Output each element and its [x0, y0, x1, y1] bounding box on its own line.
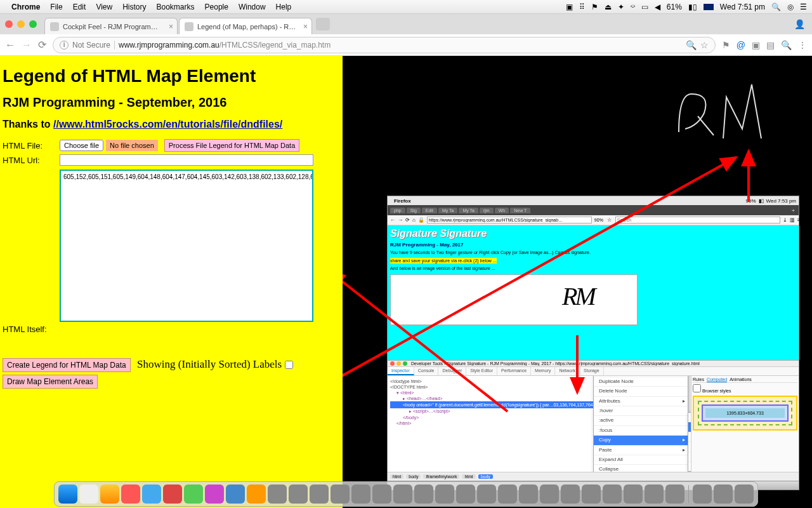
- status-icon[interactable]: ⠿: [579, 3, 585, 11]
- dock-finder-icon[interactable]: [58, 485, 77, 504]
- devtab-performance[interactable]: Performance: [497, 367, 531, 375]
- ctx-expand-all[interactable]: Expand All: [594, 455, 688, 465]
- crumb-item[interactable]: body: [406, 474, 421, 479]
- dock-app-icon[interactable]: [372, 485, 391, 504]
- ctx-hover[interactable]: :hover: [594, 406, 688, 416]
- menu-history[interactable]: History: [122, 3, 146, 11]
- dock-app-icon[interactable]: [100, 485, 119, 504]
- extension-icon[interactable]: 🔍: [781, 40, 792, 50]
- crumb-item[interactable]: iframe#myiwork: [423, 474, 459, 479]
- embedded-tab[interactable]: Wh: [495, 208, 509, 213]
- signature-canvas[interactable]: RM: [390, 274, 638, 325]
- rtab-animations[interactable]: Animations: [730, 377, 752, 382]
- volume-icon[interactable]: ◀: [655, 3, 660, 11]
- dock-app-icon[interactable]: [540, 485, 559, 504]
- back-button[interactable]: ←: [5, 39, 15, 51]
- process-file-button[interactable]: Process File Legend for HTML Map Data: [164, 139, 300, 152]
- dock-app-icon[interactable]: [603, 485, 622, 504]
- embedded-tab[interactable]: Edit: [422, 208, 437, 213]
- bluetooth-icon[interactable]: ✦: [618, 3, 624, 11]
- embedded-tab[interactable]: php: [390, 208, 405, 213]
- status-icon[interactable]: ⏏: [605, 3, 612, 11]
- dock-app-icon[interactable]: [184, 485, 203, 504]
- ctx-collapse[interactable]: Collapse: [594, 465, 688, 472]
- notifications-icon[interactable]: ☰: [800, 3, 807, 11]
- dock-app-icon[interactable]: [205, 485, 224, 504]
- sub-outer-html[interactable]: Outer HTML: [688, 422, 691, 432]
- dock-app-icon[interactable]: [645, 485, 664, 504]
- siri-icon[interactable]: ◎: [787, 3, 794, 11]
- bookmark-star-icon[interactable]: ☆: [700, 40, 709, 50]
- crumb-item-selected[interactable]: body: [478, 474, 493, 479]
- embedded-tab[interactable]: Sig: [407, 208, 421, 213]
- battery-icon[interactable]: ▮▯: [688, 3, 697, 11]
- dock-app-icon[interactable]: [226, 485, 245, 504]
- search-input[interactable]: [615, 217, 780, 224]
- menu-icon[interactable]: ≡: [797, 217, 801, 223]
- extension-icon[interactable]: ▣: [752, 40, 760, 50]
- dock-app-icon[interactable]: [414, 485, 433, 504]
- dock-app-icon[interactable]: [310, 485, 329, 504]
- devtools-dom-tree[interactable]: <!doctype html> <!DOCTYPE html> ▾ <html>…: [388, 376, 691, 472]
- minimize-window[interactable]: [17, 20, 25, 28]
- flag-icon[interactable]: [704, 4, 714, 10]
- star-icon[interactable]: ☆: [607, 217, 612, 223]
- dock-app-icon[interactable]: [456, 485, 475, 504]
- devtab-console[interactable]: Console: [414, 367, 439, 375]
- browser-tab[interactable]: Cockpit Feel - RJM Programmi… ×: [44, 18, 178, 34]
- menu-file[interactable]: File: [50, 3, 62, 11]
- maximize-window[interactable]: [29, 20, 37, 28]
- site-info-icon[interactable]: i: [60, 41, 69, 50]
- new-tab-button[interactable]: [316, 18, 330, 30]
- dock-app-icon[interactable]: [435, 485, 454, 504]
- close-tab-icon[interactable]: ×: [303, 22, 308, 31]
- zoom-level[interactable]: 90%: [594, 218, 603, 222]
- close-window[interactable]: [5, 20, 13, 28]
- dock-app-icon[interactable]: [498, 485, 517, 504]
- library-icon[interactable]: ▥: [790, 217, 795, 223]
- ctx-delete-node[interactable]: Delete Node: [594, 387, 688, 396]
- devtab-network[interactable]: Network: [555, 367, 580, 375]
- embedded-tab[interactable]: New T: [510, 208, 530, 213]
- extension-icon[interactable]: ⚑: [722, 40, 730, 50]
- extension-icon[interactable]: @: [737, 40, 745, 50]
- wifi-icon[interactable]: ⌔: [631, 3, 635, 11]
- showing-checkbox[interactable]: [285, 361, 293, 369]
- dock-app-icon[interactable]: [289, 485, 308, 504]
- dock-app-icon[interactable]: [142, 485, 161, 504]
- dock-app-icon[interactable]: [247, 485, 266, 504]
- menu-bookmarks[interactable]: Bookmarks: [157, 3, 195, 11]
- display-icon[interactable]: ▭: [641, 3, 648, 11]
- sub-inner-html[interactable]: Inner HTML: [688, 413, 691, 422]
- forward-icon[interactable]: →: [398, 217, 403, 223]
- dock-app-icon[interactable]: [331, 485, 350, 504]
- devtab-memory[interactable]: Memory: [531, 367, 555, 375]
- thanks-link[interactable]: //www.html5rocks.com/en/tutorials/file/d…: [53, 119, 282, 130]
- url-input[interactable]: [60, 154, 313, 166]
- crumb-item[interactable]: html: [462, 474, 475, 479]
- dock-trash-icon[interactable]: [735, 485, 754, 504]
- profile-avatar[interactable]: 👤: [792, 17, 807, 32]
- dock-app-icon[interactable]: [624, 485, 643, 504]
- menu-people[interactable]: People: [205, 3, 228, 11]
- lock-icon[interactable]: 🔒: [418, 217, 424, 223]
- spotlight-icon[interactable]: 🔍: [771, 3, 781, 11]
- extension-icon[interactable]: ▤: [766, 40, 775, 50]
- html-itself-textarea[interactable]: 605,152,605,151,605,149,604,148,604,147,…: [60, 170, 313, 322]
- download-icon[interactable]: ⤓: [783, 217, 787, 223]
- dock-app-icon[interactable]: [693, 485, 712, 504]
- ctx-paste[interactable]: Paste▸: [594, 446, 688, 455]
- menu-view[interactable]: View: [96, 3, 112, 11]
- ctx-duplicate-node[interactable]: Duplicate Node: [594, 377, 688, 387]
- crumb-item[interactable]: html: [390, 474, 403, 479]
- devtab-inspector[interactable]: Inspector: [388, 367, 414, 375]
- dock-app-icon[interactable]: [582, 485, 601, 504]
- draw-map-button[interactable]: Draw Map Element Areas: [3, 375, 98, 389]
- dock-app-icon[interactable]: [393, 485, 412, 504]
- menu-edit[interactable]: Edit: [73, 3, 86, 11]
- embedded-address-bar[interactable]: [427, 217, 592, 224]
- status-icon[interactable]: ▣: [566, 3, 573, 11]
- ctx-attributes[interactable]: Attributes▸: [594, 397, 688, 406]
- new-tab-plus[interactable]: ＋: [790, 206, 796, 215]
- menu-window[interactable]: Window: [239, 3, 266, 11]
